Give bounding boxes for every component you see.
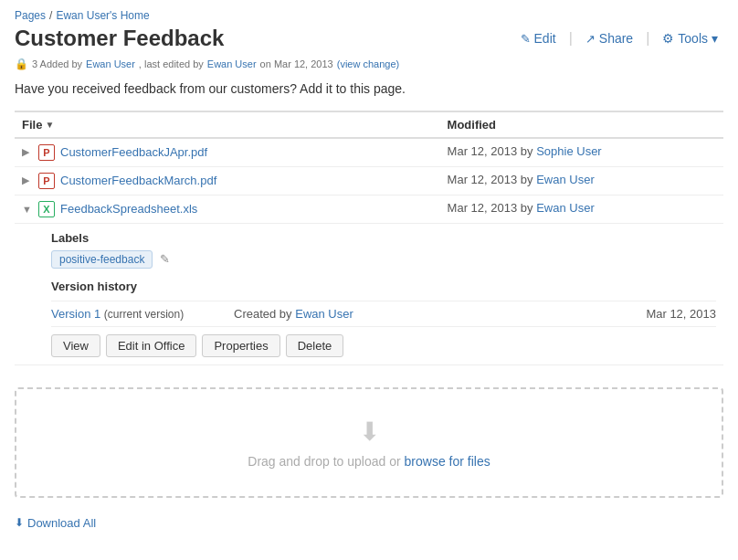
breadcrumb-separator: /	[49, 9, 52, 22]
meta-added-count: 3 Added by	[32, 58, 82, 69]
share-button[interactable]: ↗ Share	[580, 29, 638, 48]
browse-files-link[interactable]: browse for files	[405, 454, 490, 469]
chevron-down-icon: ▾	[712, 31, 718, 46]
breadcrumb-home[interactable]: Ewan User's Home	[56, 9, 149, 22]
version-link[interactable]: Version 1	[51, 307, 100, 321]
page-description: Have you received feedback from our cust…	[15, 81, 723, 96]
author-link[interactable]: Ewan User	[536, 173, 595, 186]
file-table: File ▼ Modified ▶ P CustomerFeedbackJApr…	[15, 111, 723, 365]
modified-column-header: Modified	[440, 111, 723, 138]
row-expander[interactable]: ▶	[22, 146, 33, 158]
meta-suffix: , last edited by	[139, 58, 204, 69]
view-button[interactable]: View	[51, 334, 100, 357]
action-separator2: |	[646, 30, 649, 47]
version-created-label: Created by	[234, 307, 292, 321]
meta-author1[interactable]: Ewan User	[86, 58, 135, 69]
version-author-link[interactable]: Ewan User	[295, 307, 353, 321]
delete-button[interactable]: Delete	[286, 334, 344, 357]
modified-cell: Mar 12, 2013 by Ewan User	[440, 166, 723, 195]
download-all-section: ⬇ Download All	[0, 509, 738, 541]
file-column-header[interactable]: File ▼	[22, 118, 54, 132]
version-row: Version 1 (current version) Created by E…	[51, 301, 716, 327]
meta-date: on Mar 12, 2013	[260, 58, 333, 69]
meta-author2[interactable]: Ewan User	[207, 58, 257, 69]
gear-icon: ⚙	[662, 31, 674, 46]
version-actions: View Edit in Office Properties Delete	[51, 334, 716, 357]
labels-section: Labels positive-feedback ✎	[51, 231, 716, 269]
pdf-icon: P	[38, 173, 55, 189]
author-link[interactable]: Ewan User	[536, 201, 595, 215]
file-link[interactable]: FeedbackSpreadsheet.xls	[60, 202, 197, 216]
version-section: Version history Version 1 (current versi…	[51, 280, 716, 357]
action-separator: |	[569, 30, 573, 47]
page-title: Customer Feedback	[15, 26, 224, 52]
modified-cell: Mar 12, 2013 by Ewan User	[440, 195, 723, 223]
download-all-link[interactable]: ⬇ Download All	[15, 516, 723, 530]
tools-button[interactable]: ⚙ Tools ▾	[657, 29, 723, 48]
drop-text: Drag and drop to upload or	[248, 454, 400, 469]
properties-button[interactable]: Properties	[202, 334, 279, 357]
download-icon: ⬇	[15, 516, 24, 529]
file-link[interactable]: CustomerFeedbackJApr.pdf	[60, 145, 207, 159]
row-expander[interactable]: ▼	[22, 204, 33, 215]
meta-view-change[interactable]: (view change)	[337, 58, 399, 69]
share-icon: ↗	[585, 32, 596, 46]
drop-arrow-icon: ⬇	[44, 417, 694, 447]
version-date: Mar 12, 2013	[606, 307, 716, 321]
page-meta: 🔒 3 Added by Ewan User , last edited by …	[15, 58, 723, 70]
row-expander[interactable]: ▶	[22, 174, 33, 186]
breadcrumb: Pages / Ewan User's Home	[15, 9, 723, 22]
xls-icon: X	[38, 201, 55, 217]
table-row[interactable]: ▶ P CustomerFeedbackJApr.pdf Mar 12, 201…	[15, 138, 723, 167]
modified-cell: Mar 12, 2013 by Sophie User	[440, 138, 723, 167]
header-actions: ✎ Edit | ↗ Share | ⚙ Tools ▾	[515, 29, 723, 48]
label-tag: positive-feedback	[51, 250, 153, 269]
expanded-details-row: Labels positive-feedback ✎ Version histo…	[15, 223, 723, 365]
labels-heading: Labels	[51, 231, 716, 245]
version-heading: Version history	[51, 280, 716, 293]
edit-button[interactable]: ✎ Edit	[515, 29, 562, 48]
table-row[interactable]: ▶ P CustomerFeedbackMarch.pdf Mar 12, 20…	[15, 166, 723, 195]
edit-in-office-button[interactable]: Edit in Office	[106, 334, 196, 357]
file-link[interactable]: CustomerFeedbackMarch.pdf	[60, 174, 216, 187]
table-row[interactable]: ▼ X FeedbackSpreadsheet.xls Mar 12, 2013…	[15, 195, 723, 223]
meta-icon: 🔒	[15, 58, 28, 70]
download-all-label: Download All	[27, 516, 96, 530]
pdf-icon: P	[38, 144, 55, 161]
sort-arrow-icon: ▼	[45, 120, 54, 130]
edit-label-icon[interactable]: ✎	[160, 252, 170, 266]
version-current-label: (current version)	[104, 308, 184, 321]
breadcrumb-pages[interactable]: Pages	[15, 9, 46, 22]
author-link[interactable]: Sophie User	[536, 144, 602, 158]
drop-zone[interactable]: ⬇ Drag and drop to upload or browse for …	[15, 387, 723, 498]
edit-icon: ✎	[521, 32, 531, 46]
